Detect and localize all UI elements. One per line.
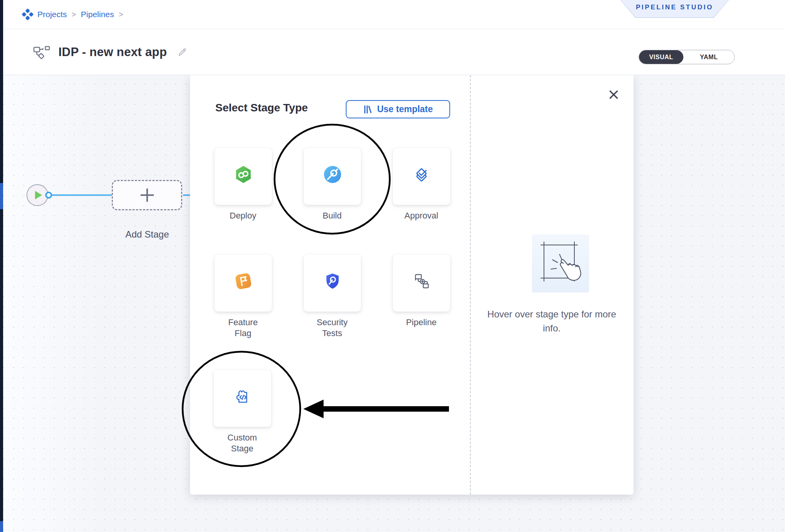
- toggle-yaml[interactable]: YAML: [683, 50, 734, 64]
- plus-icon: [141, 188, 154, 202]
- stage-card-pipeline[interactable]: [393, 255, 450, 312]
- pipeline-stage-icon: [412, 273, 431, 290]
- build-ci-icon: [324, 166, 341, 183]
- view-toggle: VISUAL YAML: [639, 50, 735, 64]
- stage-label: Build: [311, 210, 354, 221]
- stage-label: Approval: [400, 210, 443, 221]
- use-template-button[interactable]: Use template: [346, 100, 450, 118]
- breadcrumb-pipelines[interactable]: Pipelines: [81, 10, 114, 19]
- stage-label: Pipeline: [400, 317, 443, 328]
- close-icon[interactable]: [606, 87, 621, 102]
- breadcrumb: Projects > Pipelines >: [22, 0, 124, 29]
- template-library-icon: [363, 105, 372, 114]
- stage-label: Feature Flag: [222, 317, 264, 339]
- projects-grid-icon[interactable]: [22, 9, 33, 20]
- toggle-visual[interactable]: VISUAL: [639, 50, 683, 64]
- stage-label: Deploy: [222, 210, 264, 221]
- stage-label: Security Tests: [311, 317, 354, 339]
- stage-card-build[interactable]: [304, 148, 361, 205]
- add-stage-node[interactable]: [112, 180, 182, 210]
- use-template-label: Use template: [377, 104, 433, 115]
- stage-card-approval[interactable]: [393, 148, 450, 205]
- stage-card-custom-stage[interactable]: [214, 370, 271, 427]
- title-bar: IDP - new next app VISUAL YAML: [3, 29, 785, 75]
- breadcrumb-projects[interactable]: Projects: [37, 10, 67, 19]
- hover-info-illustration: [532, 234, 589, 292]
- hover-hint-text: Hover over stage type for more info.: [480, 307, 624, 335]
- page-title: IDP - new next app: [58, 45, 167, 59]
- nav-rail-highlight: [0, 183, 3, 209]
- edge-connector: [183, 194, 191, 196]
- stage-card-feature-flag[interactable]: [215, 255, 272, 312]
- add-stage-label: Add Stage: [112, 229, 182, 240]
- start-node-port: [45, 192, 52, 199]
- stage-label: Custom Stage: [221, 432, 264, 454]
- nav-rail-highlight-bottom: [0, 521, 3, 532]
- stage-card-security-tests[interactable]: [304, 255, 361, 312]
- security-tests-icon: [324, 272, 341, 290]
- edit-title-icon[interactable]: [176, 46, 188, 58]
- stage-card-deploy[interactable]: [215, 148, 272, 205]
- pipeline-icon: [33, 45, 51, 59]
- pipeline-studio-screen: Projects > Pipelines > PIPELINE STUDIO I…: [0, 0, 785, 532]
- dialog-title: Select Stage Type: [215, 102, 308, 114]
- approval-icon: [413, 166, 431, 183]
- edge-connector: [52, 194, 112, 196]
- select-stage-dialog: Select Stage Type Use template: [190, 75, 634, 495]
- deploy-cd-icon: [234, 166, 252, 183]
- dialog-divider: [470, 75, 471, 495]
- left-nav-rail: [0, 0, 3, 532]
- custom-stage-icon: [234, 388, 252, 405]
- play-icon: [35, 191, 42, 199]
- pipeline-studio-badge: PIPELINE STUDIO: [620, 0, 729, 18]
- breadcrumb-separator: >: [118, 10, 124, 19]
- pipeline-studio-badge-label: PIPELINE STUDIO: [636, 4, 713, 11]
- feature-flag-icon: [234, 272, 252, 290]
- breadcrumb-separator: >: [71, 10, 77, 19]
- breadcrumb-bar: Projects > Pipelines > PIPELINE STUDIO: [3, 0, 785, 29]
